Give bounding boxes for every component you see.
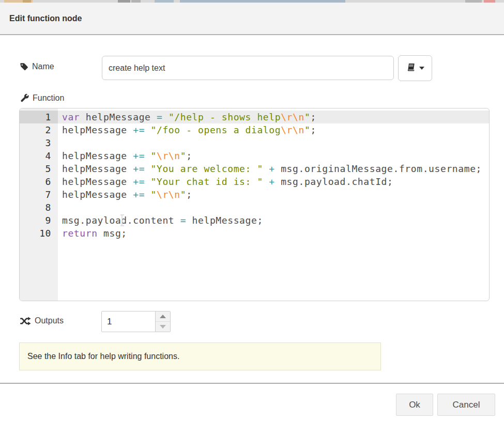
gutter-line-number: 7 xyxy=(20,188,58,201)
gutter-line-number: 3 xyxy=(20,136,58,149)
outputs-label: Outputs xyxy=(35,316,64,325)
spinner-up-button[interactable] xyxy=(156,311,170,322)
outputs-label-row: Outputs xyxy=(20,316,64,325)
code-line xyxy=(58,201,489,214)
name-label: Name xyxy=(32,62,54,71)
gutter-line-number: 8 xyxy=(20,201,58,214)
footer-divider xyxy=(0,383,504,384)
caret-down-icon xyxy=(419,67,424,70)
function-label: Function xyxy=(33,93,64,103)
name-input[interactable] xyxy=(102,56,394,80)
outputs-spinner xyxy=(101,311,171,332)
spinner-buttons xyxy=(155,311,170,332)
info-tip-box: See the Info tab for help writing functi… xyxy=(19,342,381,370)
gutter-line-number: 1 xyxy=(20,111,58,123)
editor-gutter: 12345678910 xyxy=(20,108,58,301)
gutter-line-number: 6 xyxy=(20,175,58,188)
tag-icon xyxy=(20,63,28,71)
gutter-line-number: 10 xyxy=(20,227,58,240)
arrow-up-icon xyxy=(160,315,166,318)
gutter-line-number: 4 xyxy=(20,149,58,162)
info-tip-text: See the Info tab for help writing functi… xyxy=(27,352,179,361)
wrench-icon xyxy=(20,93,29,103)
code-line xyxy=(58,136,489,149)
function-code-editor[interactable]: 12345678910 var helpMessage = "/help - s… xyxy=(19,108,490,301)
shuffle-icon xyxy=(20,317,31,325)
outputs-input[interactable] xyxy=(102,311,155,332)
gutter-line-number: 9 xyxy=(20,214,58,227)
arrow-down-icon xyxy=(160,325,166,329)
name-label-row: Name xyxy=(20,62,54,71)
library-button[interactable] xyxy=(398,55,432,81)
edit-function-node-dialog: Edit function node Name xyxy=(0,0,504,421)
code-line: helpMessage += "/foo - opens a dialog\r\… xyxy=(58,123,489,136)
dialog-title: Edit function node xyxy=(9,14,82,23)
code-line: helpMessage += "Your chat id is: " + msg… xyxy=(58,175,489,188)
gutter-line-number: 2 xyxy=(20,123,58,136)
editor-code[interactable]: var helpMessage = "/help - shows help\r\… xyxy=(58,108,489,301)
dialog-header: Edit function node xyxy=(0,3,504,35)
spinner-down-button[interactable] xyxy=(156,322,170,332)
code-line: helpMessage += "\r\n"; xyxy=(58,149,489,162)
code-line: var helpMessage = "/help - shows help\r\… xyxy=(58,111,489,123)
book-icon xyxy=(406,63,416,74)
cancel-button[interactable]: Cancel xyxy=(437,394,495,416)
function-label-row: Function xyxy=(20,93,64,103)
code-line: helpMessage += "\r\n"; xyxy=(58,188,489,201)
code-line: helpMessage += "You are welcome: " + msg… xyxy=(58,162,489,175)
ok-button[interactable]: Ok xyxy=(396,394,433,416)
gutter-line-number: 5 xyxy=(20,162,58,175)
text-cursor-ibeam xyxy=(119,214,125,229)
